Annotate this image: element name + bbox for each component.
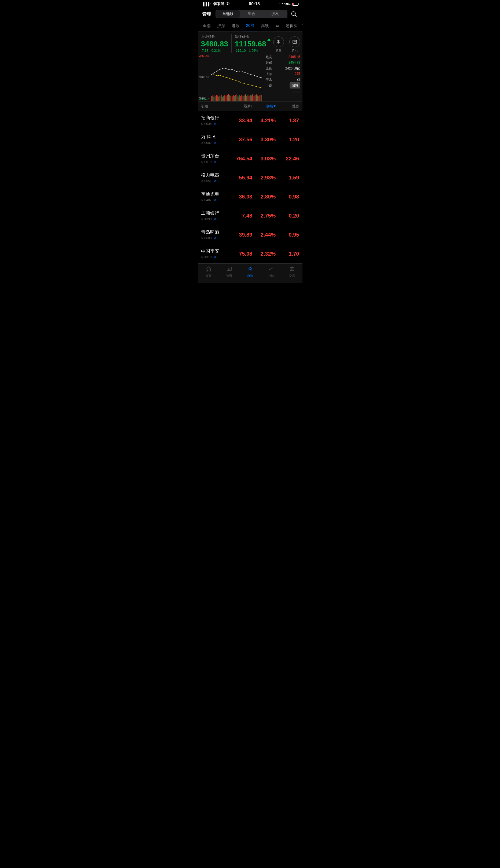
quick-actions: $ 资金 资讯 吧 股吧: [271, 34, 303, 54]
table-header: 初始 最新↓ 涨幅 涨跌: [198, 102, 303, 111]
shenzhen-name: 深证成指: [235, 34, 266, 39]
stock-name-601318: 中国平安: [201, 248, 229, 254]
money-label: 资金: [276, 48, 282, 52]
svg-rect-49: [244, 95, 245, 101]
nav-trade-label: 交易: [289, 274, 295, 278]
rong-badge-600036: 融: [213, 122, 217, 126]
stock-info-000002: 万 科 A 000002 融: [201, 134, 229, 145]
svg-rect-47: [243, 95, 243, 101]
svg-rect-31: [229, 95, 229, 101]
nav-home[interactable]: 首页: [198, 266, 219, 278]
svg-rect-57: [251, 95, 251, 101]
svg-line-1: [295, 15, 296, 16]
stock-pct-600600: 2.44%: [252, 232, 276, 238]
stock-list: 招商银行 600036 融 33.94 4.21% 1.37 万 科 A 000…: [198, 111, 303, 263]
chart-labels-left: 3552.85 3488.01 3423.17: [200, 54, 209, 101]
stock-row-600600[interactable]: 青岛啤酒 600600 融 39.89 2.44% 0.95: [198, 225, 303, 244]
edit-button[interactable]: 编辑: [289, 82, 300, 89]
chart-vol-label: 396万: [200, 96, 207, 100]
shenzhen-change: -119.10 -1.06%: [235, 49, 266, 53]
nav-market[interactable]: 行情: [261, 266, 282, 278]
stock-row-000651[interactable]: 格力电器 000651 融 55.94 2.93% 1.59: [198, 168, 303, 187]
th-change: 涨跌: [276, 104, 299, 109]
stock-name-000002: 万 科 A: [201, 134, 229, 140]
tab-friends[interactable]: 股友: [263, 10, 287, 18]
stock-row-600519[interactable]: 贵州茅台 600519 融 764.54 3.03% 22.46: [198, 149, 303, 168]
stock-row-601398[interactable]: 工商银行 601398 融 7.48 2.75% 0.20: [198, 206, 303, 225]
chart-top-label: 3552.85: [200, 55, 209, 57]
rong-badge-000651: 融: [213, 179, 217, 183]
stock-code-000651: 000651 融: [201, 179, 229, 183]
category-bar: 全部 沪深 港股 20股 高铁 AI 逻辑买: [198, 20, 303, 32]
stock-name-000651: 格力电器: [201, 172, 229, 178]
stock-row-600487[interactable]: 亨通光电 600487 融 36.03 2.80% 0.98: [198, 187, 303, 206]
stock-change-600600: 0.95: [276, 232, 299, 238]
stock-name-600036: 招商银行: [201, 115, 229, 121]
stock-row-000002[interactable]: 万 科 A 000002 融 37.56 3.30% 1.20: [198, 130, 303, 149]
stock-pct-600036: 4.21%: [252, 117, 276, 124]
svg-rect-45: [241, 95, 241, 101]
nav-trade[interactable]: 交易: [282, 266, 303, 278]
rong-badge-600519: 融: [213, 160, 217, 164]
svg-rect-10: [211, 96, 212, 101]
svg-rect-34: [231, 96, 232, 101]
cat-all[interactable]: 全部: [200, 21, 213, 31]
svg-rect-74: [290, 267, 294, 271]
stock-price-600519: 764.54: [229, 155, 252, 162]
shanghai-index[interactable]: 上证指数 3480.83 -7.18 -0.21%: [201, 34, 231, 53]
svg-rect-46: [242, 96, 242, 101]
stock-code-600600: 600600 融: [201, 236, 229, 240]
stock-code-601398: 601398 融: [201, 217, 229, 221]
stat-amount: 金额 2426.58亿: [266, 66, 300, 71]
stat-low: 最低 3454.73: [266, 61, 300, 65]
cat-hkstock[interactable]: 港股: [229, 21, 242, 31]
trade-nav-icon: [289, 266, 295, 273]
svg-rect-32: [230, 96, 230, 101]
svg-rect-41: [238, 95, 238, 101]
quick-news[interactable]: 资讯: [287, 36, 303, 52]
nav-news[interactable]: 资讯: [219, 266, 240, 278]
nav-watchlist[interactable]: 自选: [240, 266, 261, 278]
stock-row-601318[interactable]: 中国平安 601318 融 75.08 2.32% 1.70: [198, 244, 303, 263]
cat-logic[interactable]: 逻辑买: [283, 21, 300, 31]
sort-arrow-icon: [273, 105, 276, 107]
stock-change-000651: 1.59: [276, 175, 299, 181]
th-pct[interactable]: 涨幅: [252, 104, 276, 109]
signal-icon: ▐▐▐: [202, 2, 209, 6]
svg-rect-17: [217, 95, 218, 101]
battery-icon: [292, 3, 298, 5]
shenzhen-index[interactable]: 深证成指 11159.68 -119.10 -1.06%: [235, 34, 266, 53]
svg-rect-38: [235, 95, 235, 101]
stock-code-600519: 600519 融: [201, 160, 229, 164]
stock-row-600036[interactable]: 招商银行 600036 融 33.94 4.21% 1.37: [198, 111, 303, 130]
filter-icon[interactable]: [302, 22, 302, 30]
home-icon: [205, 266, 211, 273]
svg-rect-63: [256, 94, 257, 101]
chart-mid-label: 3488.01: [200, 76, 209, 79]
top-nav: 管理 自选股 组合 股友: [198, 8, 303, 20]
cat-20stock[interactable]: 20股: [243, 20, 257, 31]
news-label: 资讯: [292, 48, 298, 52]
svg-rect-24: [223, 96, 224, 101]
tab-watchlist[interactable]: 自选股: [216, 10, 240, 18]
svg-rect-14: [214, 97, 215, 101]
location-icon: ↑: [279, 2, 281, 6]
stock-info-600600: 青岛啤酒 600600 融: [201, 229, 229, 240]
cat-gaotie[interactable]: 高铁: [258, 21, 272, 31]
stock-change-600519: 22.46: [276, 155, 299, 162]
tab-portfolio[interactable]: 组合: [240, 10, 263, 18]
chart-section[interactable]: 3552.85 3488.01 3423.17 1.86%: [198, 54, 303, 102]
quick-money[interactable]: $ 资金: [271, 36, 287, 52]
manage-button[interactable]: 管理: [202, 11, 211, 17]
cat-ai[interactable]: AI: [273, 21, 282, 31]
rong-badge-601398: 融: [213, 217, 217, 221]
stats-panel: 最高 3495.45 最低 3454.73 金额 2426.58亿 上涨 275…: [263, 54, 303, 101]
cat-hushen[interactable]: 沪深: [214, 21, 228, 31]
rong-badge-600600: 融: [213, 236, 217, 240]
stat-high: 最高 3495.45: [266, 55, 300, 59]
svg-rect-12: [213, 96, 213, 101]
stock-pct-600487: 2.80%: [252, 194, 276, 200]
stock-change-600036: 1.37: [276, 117, 299, 124]
search-button[interactable]: [289, 10, 298, 18]
svg-rect-11: [212, 95, 213, 101]
